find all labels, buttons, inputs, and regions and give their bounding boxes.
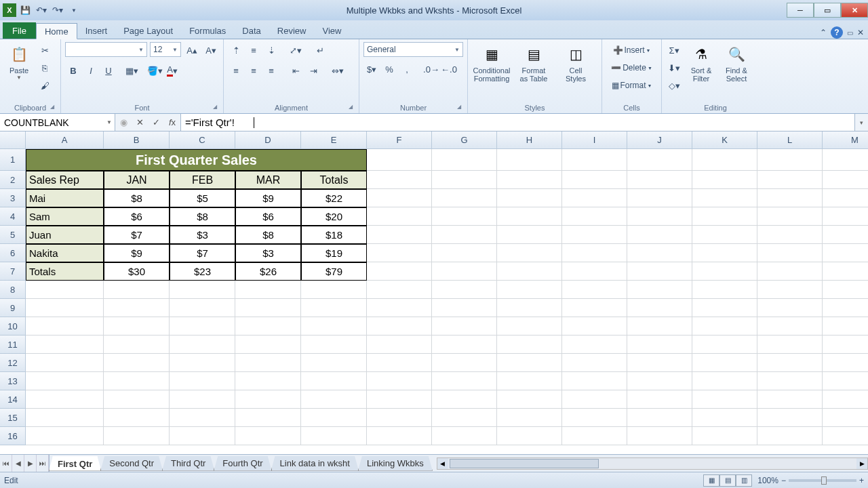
column-header[interactable]: C xyxy=(170,131,235,149)
page-layout-view-icon[interactable]: ▤ xyxy=(719,474,736,487)
alignment-dialog-icon[interactable]: ◢ xyxy=(347,104,355,112)
cell[interactable] xyxy=(367,281,432,299)
cell[interactable] xyxy=(757,207,823,226)
cell[interactable] xyxy=(301,409,367,427)
sheet-tab[interactable]: Second Qtr xyxy=(100,456,163,471)
table-cell[interactable]: $5 xyxy=(170,189,235,207)
cell[interactable] xyxy=(367,409,432,427)
minimize-ribbon-icon[interactable]: ⌃ xyxy=(820,28,827,37)
cell[interactable] xyxy=(757,372,823,390)
cell[interactable] xyxy=(104,427,170,445)
row-header[interactable]: 7 xyxy=(0,262,26,281)
cell[interactable] xyxy=(170,390,235,409)
cell-styles-button[interactable]: ◫Cell Styles xyxy=(556,42,595,99)
cell[interactable] xyxy=(235,372,301,390)
cell[interactable] xyxy=(301,390,367,409)
table-cell[interactable]: $79 xyxy=(301,262,367,281)
normal-view-icon[interactable]: ▦ xyxy=(703,474,719,487)
font-name-combo[interactable]: ▼ xyxy=(65,42,147,57)
cell[interactable] xyxy=(26,390,104,409)
cell[interactable] xyxy=(823,281,868,299)
cell[interactable] xyxy=(170,281,235,299)
cell[interactable] xyxy=(432,281,497,299)
cell[interactable] xyxy=(367,244,432,262)
page-break-view-icon[interactable]: ▥ xyxy=(736,474,752,487)
delete-cells-button[interactable]: ➖Delete▼ xyxy=(606,60,657,76)
row-header[interactable]: 16 xyxy=(0,427,26,445)
cell[interactable] xyxy=(692,372,757,390)
format-cells-button[interactable]: ▦Format▼ xyxy=(606,77,657,94)
cell[interactable] xyxy=(562,244,627,262)
cell[interactable] xyxy=(497,171,562,189)
tab-scroll-first-icon[interactable]: ⏮ xyxy=(0,455,12,472)
tab-review[interactable]: Review xyxy=(269,22,315,39)
expand-formula-bar-icon[interactable]: ▾ xyxy=(854,114,868,131)
cell[interactable] xyxy=(823,189,868,207)
zoom-out-icon[interactable]: − xyxy=(781,476,786,485)
column-header[interactable]: I xyxy=(562,131,627,149)
insert-cells-button[interactable]: ➕Insert▼ xyxy=(606,42,657,58)
cell[interactable] xyxy=(432,317,497,336)
cell[interactable] xyxy=(301,336,367,354)
cell[interactable] xyxy=(562,336,627,354)
row-header[interactable]: 4 xyxy=(0,207,26,226)
cell[interactable] xyxy=(627,244,692,262)
row-header[interactable]: 6 xyxy=(0,244,26,262)
cell[interactable] xyxy=(627,262,692,281)
redo-icon[interactable]: ↷▾ xyxy=(50,3,65,18)
row-label[interactable]: Totals xyxy=(26,262,104,281)
align-top-icon[interactable]: ⇡ xyxy=(228,42,244,58)
cell[interactable] xyxy=(692,317,757,336)
column-header[interactable]: M xyxy=(823,131,868,149)
cell[interactable] xyxy=(170,409,235,427)
table-header[interactable]: JAN xyxy=(104,171,170,189)
merge-center-icon[interactable]: ⇔▾ xyxy=(330,62,346,79)
cell[interactable] xyxy=(235,336,301,354)
cell[interactable] xyxy=(497,409,562,427)
cell[interactable] xyxy=(301,372,367,390)
cell[interactable] xyxy=(692,171,757,189)
cell[interactable] xyxy=(692,336,757,354)
cell[interactable] xyxy=(562,171,627,189)
cell[interactable] xyxy=(104,409,170,427)
save-icon[interactable]: 💾 xyxy=(18,3,33,18)
cell[interactable] xyxy=(692,281,757,299)
table-cell[interactable]: $8 xyxy=(104,189,170,207)
cell[interactable] xyxy=(823,390,868,409)
cell[interactable] xyxy=(562,409,627,427)
increase-indent-icon[interactable]: ⇥ xyxy=(305,62,321,79)
cell[interactable] xyxy=(104,281,170,299)
sheet-tab[interactable]: Link data in wksht xyxy=(271,456,359,471)
cell[interactable] xyxy=(432,427,497,445)
cell[interactable] xyxy=(367,149,432,171)
cell[interactable] xyxy=(432,262,497,281)
fill-color-icon[interactable]: 🪣▾ xyxy=(146,62,163,79)
decrease-indent-icon[interactable]: ⇤ xyxy=(288,62,304,79)
row-header[interactable]: 8 xyxy=(0,281,26,299)
cell[interactable] xyxy=(757,317,823,336)
cell[interactable] xyxy=(627,372,692,390)
cell[interactable] xyxy=(692,427,757,445)
cell[interactable] xyxy=(627,390,692,409)
row-label[interactable]: Mai xyxy=(26,189,104,207)
zoom-level[interactable]: 100% xyxy=(757,476,778,485)
row-header[interactable]: 1 xyxy=(0,149,26,171)
table-title[interactable]: First Quarter Sales xyxy=(26,149,367,171)
cell[interactable] xyxy=(627,149,692,171)
bold-button[interactable]: B xyxy=(65,62,81,79)
cell[interactable] xyxy=(26,427,104,445)
cell[interactable] xyxy=(757,226,823,244)
cell[interactable] xyxy=(432,409,497,427)
row-header[interactable]: 5 xyxy=(0,226,26,244)
cell[interactable] xyxy=(367,262,432,281)
cell[interactable] xyxy=(235,317,301,336)
cell[interactable] xyxy=(497,226,562,244)
cell[interactable] xyxy=(497,299,562,317)
column-header[interactable]: J xyxy=(627,131,692,149)
cell[interactable] xyxy=(497,372,562,390)
cell[interactable] xyxy=(562,372,627,390)
cell[interactable] xyxy=(692,149,757,171)
cell[interactable] xyxy=(627,354,692,372)
cell[interactable] xyxy=(104,299,170,317)
table-cell[interactable]: $7 xyxy=(104,226,170,244)
